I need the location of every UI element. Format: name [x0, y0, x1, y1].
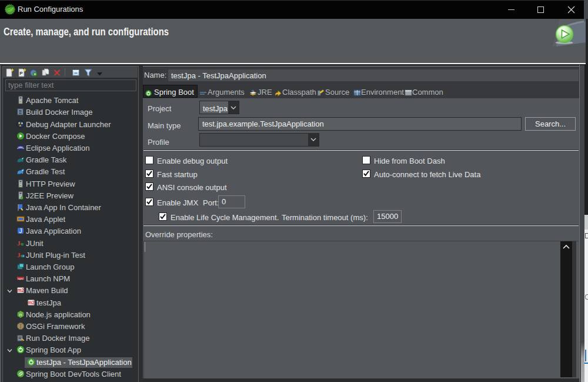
svg-text:J: J — [19, 228, 22, 234]
svg-text:n: n — [19, 312, 22, 317]
svg-text:P: P — [19, 71, 23, 76]
svg-text:npm: npm — [18, 277, 24, 280]
svg-text:m2: m2 — [28, 300, 35, 305]
svg-text:u: u — [21, 241, 24, 247]
svg-text:m2: m2 — [17, 287, 24, 293]
